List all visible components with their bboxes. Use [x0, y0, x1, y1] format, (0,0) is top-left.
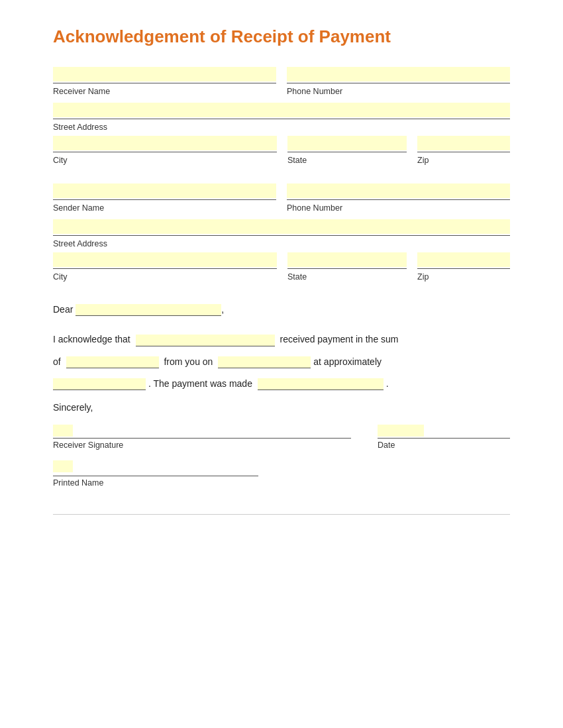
sender-zip-label: Zip — [417, 272, 510, 282]
sender-name-field: Sender Name — [53, 183, 276, 213]
sender-street-label: Street Address — [53, 239, 510, 248]
receiver-state-input[interactable] — [287, 136, 407, 150]
receiver-street-input[interactable] — [53, 103, 510, 117]
receiver-city-label: City — [53, 156, 277, 165]
receiver-city-input[interactable] — [53, 136, 277, 150]
sender-city-label: City — [53, 272, 277, 282]
sender-phone-field: Phone Number — [287, 183, 510, 213]
body-section: Dear , I acknowledge that received payme… — [53, 300, 510, 394]
date-sig-line — [378, 438, 510, 439]
receiver-state-field: State — [287, 136, 407, 165]
sender-city-field: City — [53, 252, 277, 282]
body-line1-prefix: I acknowledge that — [53, 334, 130, 344]
sender-phone-input[interactable] — [287, 183, 510, 198]
receiver-zip-label: Zip — [417, 156, 510, 165]
sender-name-input[interactable] — [53, 183, 276, 198]
sender-name-label: Sender Name — [53, 203, 276, 213]
sender-street-input[interactable] — [53, 219, 510, 234]
receiver-sig-box[interactable] — [53, 425, 73, 437]
printed-name-box[interactable] — [53, 460, 73, 472]
page-divider — [53, 514, 510, 515]
date-field: Date — [378, 425, 510, 450]
sender-state-field: State — [287, 252, 407, 282]
date-sig-box[interactable] — [378, 425, 424, 437]
dear-suffix: , — [221, 304, 224, 315]
sender-phone-label: Phone Number — [287, 203, 510, 213]
body-line2-prefix: of — [53, 356, 61, 367]
body-line3-end: . — [386, 378, 389, 389]
body-line3-suffix: . The payment was made — [148, 378, 252, 389]
page-title: Acknowledgement of Receipt of Payment — [53, 26, 510, 47]
date-label: Date — [378, 441, 510, 450]
dear-name-input[interactable] — [76, 304, 221, 316]
time-input[interactable] — [53, 378, 146, 390]
receiver-sig-line — [53, 438, 351, 439]
receiver-name-label: Receiver Name — [53, 87, 276, 96]
body-line2-mid: from you on — [164, 356, 213, 367]
receiver-city-field: City — [53, 136, 277, 165]
sender-zip-field: Zip — [417, 252, 510, 282]
receiver-zip-input[interactable] — [417, 136, 510, 150]
receiver-street-label: Street Address — [53, 123, 510, 132]
receiver-phone-field: Phone Number — [287, 67, 510, 96]
sender-state-label: State — [287, 272, 407, 282]
sender-zip-input[interactable] — [417, 252, 510, 267]
acknowledger-input[interactable] — [136, 335, 275, 346]
body-line2-suffix: at approximately — [313, 356, 382, 367]
sender-state-input[interactable] — [287, 252, 407, 267]
body-line1-suffix: received payment in the sum — [280, 334, 399, 344]
sender-section: Sender Name Phone Number Street Address … — [53, 183, 510, 282]
receiver-zip-field: Zip — [417, 136, 510, 165]
receiver-section: Receiver Name Phone Number Street Addres… — [53, 67, 510, 165]
receiver-phone-input[interactable] — [287, 67, 510, 81]
dear-prefix: Dear — [53, 304, 73, 315]
sum-input[interactable] — [66, 356, 159, 368]
payment-method-input[interactable] — [258, 378, 384, 390]
printed-name-row: Printed Name — [53, 460, 510, 488]
sincerely-text: Sincerely, — [53, 402, 510, 413]
receiver-street-field: Street Address — [53, 103, 510, 132]
printed-name-label: Printed Name — [53, 478, 510, 488]
sender-city-input[interactable] — [53, 252, 277, 267]
receiver-sig-label: Receiver Signature — [53, 441, 351, 450]
receiver-phone-label: Phone Number — [287, 87, 510, 96]
signature-section: Receiver Signature Date Printed Name — [53, 425, 510, 488]
sender-street-field: Street Address — [53, 219, 510, 248]
receiver-signature-field: Receiver Signature — [53, 425, 351, 450]
printed-name-line — [53, 476, 258, 476]
receiver-state-label: State — [287, 156, 407, 165]
receiver-name-field: Receiver Name — [53, 67, 276, 96]
date-input[interactable] — [218, 356, 311, 368]
receiver-name-input[interactable] — [53, 67, 276, 81]
